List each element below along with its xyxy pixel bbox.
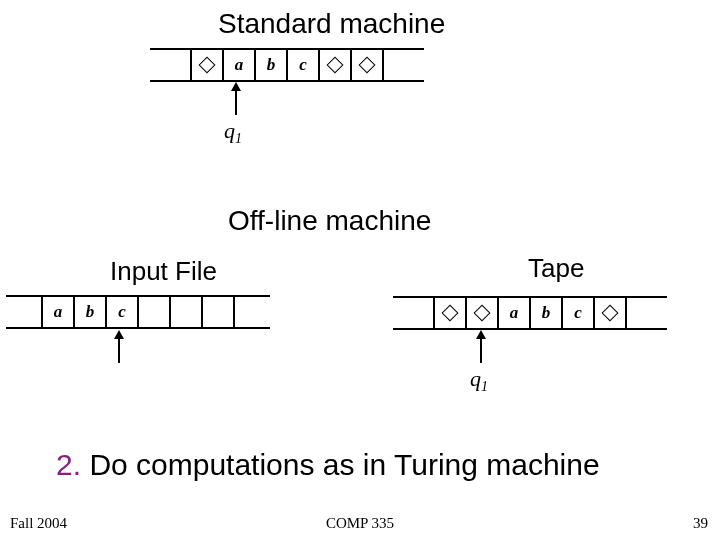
step-number: 2. [56,448,81,481]
tape-cell: a [499,298,531,328]
symbol-c: c [574,303,582,323]
symbol-c: c [118,302,126,322]
symbol-a: a [54,302,63,322]
blank-icon [474,305,491,322]
tape-cell [595,298,627,328]
tape-cell: b [531,298,563,328]
symbol-b: b [267,55,276,75]
symbol-b: b [542,303,551,323]
blank-icon [442,305,459,322]
title-standard: Standard machine [218,8,445,40]
footer-term: Fall 2004 [10,515,67,532]
tape-cell [435,298,467,328]
state-q1-top: q1 [224,118,242,147]
tape-cell [320,50,352,80]
label-input-file: Input File [110,256,217,287]
tape-cell [235,297,270,327]
tape-cell: b [256,50,288,80]
tape-cell [139,297,171,327]
state-sub: 1 [235,131,242,146]
label-tape: Tape [528,253,584,284]
tape-standard: a b c [150,48,424,82]
tape-cell: b [75,297,107,327]
tape-cell: c [563,298,595,328]
symbol-c: c [299,55,307,75]
tape-cell [6,297,43,327]
tape-cell [384,50,424,80]
footer-course: COMP 335 [326,515,394,532]
tape-cell [171,297,203,327]
blank-icon [359,57,376,74]
footer-page: 39 [693,515,708,532]
blank-icon [327,57,344,74]
title-offline: Off-line machine [228,205,431,237]
symbol-b: b [86,302,95,322]
state-letter: q [470,366,481,391]
tape-offline: a b c [393,296,667,330]
tape-cell: a [224,50,256,80]
tape-cell [192,50,224,80]
tape-cell [393,298,435,328]
symbol-a: a [510,303,519,323]
blank-icon [602,305,619,322]
tape-input-file: a b c [6,295,270,329]
tape-cell [150,50,192,80]
tape-cell: c [288,50,320,80]
state-letter: q [224,118,235,143]
tape-cell [203,297,235,327]
tape-cell: c [107,297,139,327]
step-line: 2. Do computations as in Turing machine [56,448,600,482]
blank-icon [199,57,216,74]
symbol-a: a [235,55,244,75]
tape-cell [627,298,667,328]
tape-cell: a [43,297,75,327]
tape-cell [467,298,499,328]
state-q1-bottom: q1 [470,366,488,395]
tape-cell [352,50,384,80]
step-text: Do computations as in Turing machine [89,448,599,481]
state-sub: 1 [481,379,488,394]
